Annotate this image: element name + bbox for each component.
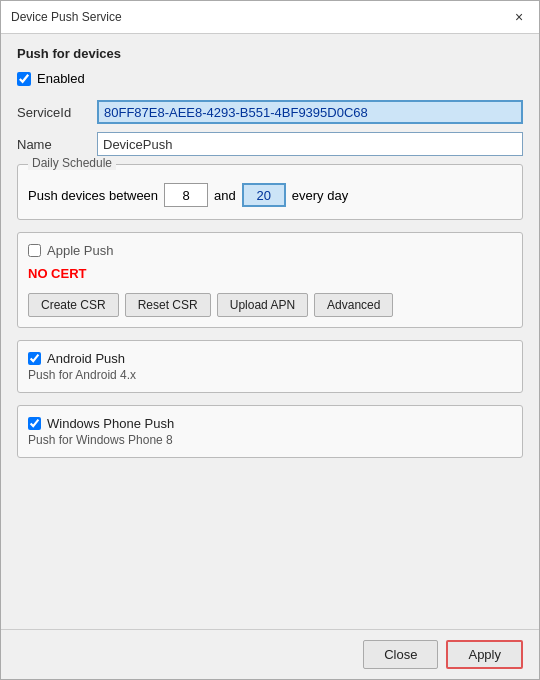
android-push-box: Android Push Push for Android 4.x — [17, 340, 523, 393]
push-devices-label: Push devices between — [28, 188, 158, 203]
service-id-label: ServiceId — [17, 105, 97, 120]
enabled-label: Enabled — [37, 71, 85, 86]
android-push-label: Android Push — [47, 351, 125, 366]
android-push-checkbox[interactable] — [28, 352, 41, 365]
apple-push-label: Apple Push — [47, 243, 114, 258]
android-push-header: Android Push — [28, 351, 512, 366]
daily-schedule-box: Daily Schedule Push devices between and … — [17, 164, 523, 220]
name-label: Name — [17, 137, 97, 152]
close-button[interactable]: Close — [363, 640, 438, 669]
every-day-label: every day — [292, 188, 348, 203]
apple-push-buttons: Create CSR Reset CSR Upload APN Advanced — [28, 293, 512, 317]
apple-push-checkbox[interactable] — [28, 244, 41, 257]
create-csr-button[interactable]: Create CSR — [28, 293, 119, 317]
daily-schedule-title: Daily Schedule — [28, 156, 116, 170]
and-label: and — [214, 188, 236, 203]
service-id-row: ServiceId — [17, 100, 523, 124]
no-cert-text: NO CERT — [28, 266, 512, 281]
schedule-row: Push devices between and every day — [28, 183, 512, 207]
name-row: Name — [17, 132, 523, 156]
section-title: Push for devices — [17, 46, 523, 61]
windows-push-header: Windows Phone Push — [28, 416, 512, 431]
android-push-subtitle: Push for Android 4.x — [28, 368, 512, 382]
content-area: Push for devices Enabled ServiceId Name … — [1, 34, 539, 629]
title-bar: Device Push Service × — [1, 1, 539, 34]
advanced-button[interactable]: Advanced — [314, 293, 393, 317]
windows-push-label: Windows Phone Push — [47, 416, 174, 431]
close-icon[interactable]: × — [509, 7, 529, 27]
apply-button[interactable]: Apply — [446, 640, 523, 669]
service-id-input[interactable] — [97, 100, 523, 124]
windows-push-checkbox[interactable] — [28, 417, 41, 430]
enabled-row: Enabled — [17, 71, 523, 86]
enabled-checkbox[interactable] — [17, 72, 31, 86]
footer: Close Apply — [1, 629, 539, 679]
schedule-end-input[interactable] — [242, 183, 286, 207]
windows-push-subtitle: Push for Windows Phone 8 — [28, 433, 512, 447]
upload-apn-button[interactable]: Upload APN — [217, 293, 308, 317]
reset-csr-button[interactable]: Reset CSR — [125, 293, 211, 317]
apple-push-box: Apple Push NO CERT Create CSR Reset CSR … — [17, 232, 523, 328]
windows-push-box: Windows Phone Push Push for Windows Phon… — [17, 405, 523, 458]
schedule-start-input[interactable] — [164, 183, 208, 207]
dialog-title: Device Push Service — [11, 10, 122, 24]
name-input[interactable] — [97, 132, 523, 156]
dialog: Device Push Service × Push for devices E… — [0, 0, 540, 680]
apple-push-header: Apple Push — [28, 243, 512, 258]
